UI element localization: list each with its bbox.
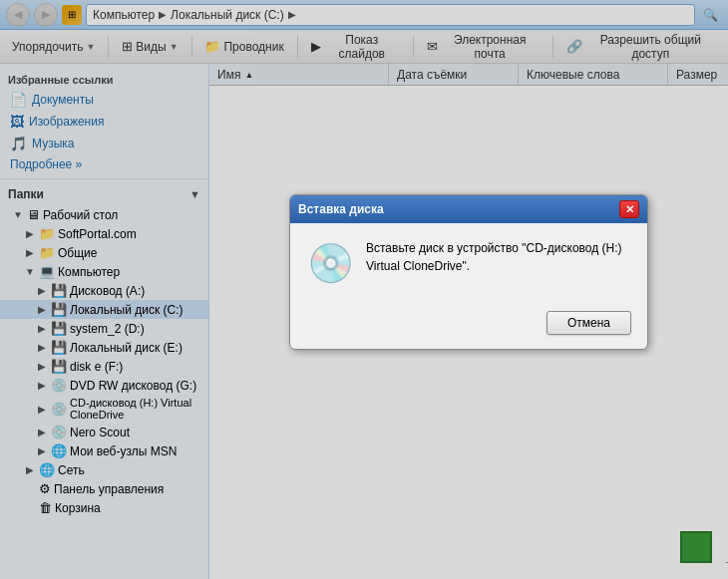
modal-overlay: Вставка диска ✕ 💿 Вставьте диск в устрой… (0, 0, 728, 579)
modal-message: Вставьте диск в устройство "CD-дисковод … (366, 239, 631, 275)
cancel-button[interactable]: Отмена (546, 311, 631, 335)
modal-titlebar: Вставка диска ✕ (290, 195, 647, 223)
modal-close-button[interactable]: ✕ (619, 200, 639, 218)
cancel-label: Отмена (567, 316, 610, 330)
modal-footer: Отмена (290, 303, 647, 349)
insert-disk-dialog: Вставка диска ✕ 💿 Вставьте диск в устрой… (289, 194, 648, 350)
modal-title: Вставка диска (298, 202, 384, 216)
modal-body: 💿 Вставьте диск в устройство "CD-дисково… (290, 223, 647, 303)
modal-drive-icon: 💿 (306, 239, 354, 287)
